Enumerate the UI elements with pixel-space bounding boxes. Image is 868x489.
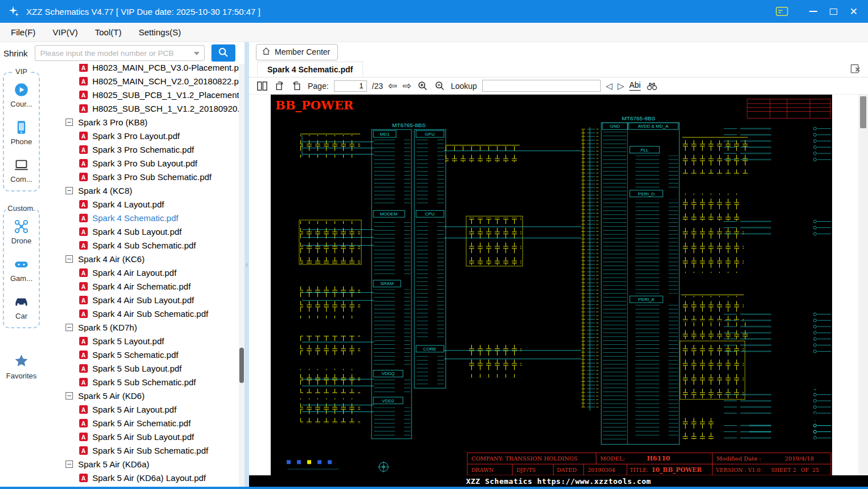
minimize-button[interactable]	[809, 11, 817, 12]
rotate-ccw-icon[interactable]	[274, 80, 286, 91]
tree-file-item[interactable]: ASpark 4 Air Sub Schematic.pdf	[43, 307, 239, 320]
tree-file-item[interactable]: ASpark 5 Sub Layout.pdf	[43, 361, 239, 375]
tree-file-item[interactable]: ASpark 4 Sub Layout.pdf	[43, 225, 239, 238]
tree-file-item[interactable]: ASpark 3 Pro Layout.pdf	[43, 129, 239, 142]
svg-text:PERI_A: PERI_A	[638, 297, 655, 302]
window-accent-line	[0, 487, 868, 489]
lookup-label: Lookup	[451, 82, 477, 91]
tree-file-label: Spark 5 Air Sub Schematic.pdf	[92, 446, 208, 455]
tree-group-item[interactable]: Spark 4 (KC8)	[43, 184, 239, 197]
pdf-icon: A	[79, 405, 88, 414]
tree-file-label: Spark 5 Air (KD6a) Layout.pdf	[92, 473, 206, 483]
search-button[interactable]	[211, 44, 235, 62]
pdf-icon: A	[79, 132, 88, 140]
menu-item-settings[interactable]: Settings(S)	[130, 27, 189, 37]
member-center-button[interactable]: Member Center	[256, 44, 338, 60]
collapse-icon[interactable]	[66, 392, 73, 400]
tree-file-item[interactable]: ASpark 5 Air Sub Layout.pdf	[43, 430, 239, 443]
pdf-scrollbar-thumb[interactable]	[860, 96, 866, 128]
close-document-icon[interactable]	[850, 64, 861, 74]
tree-file-label: Spark 3 Pro Sub Schematic.pdf	[92, 172, 211, 182]
sidebar-item-favorites[interactable]: Favorites	[0, 353, 43, 380]
close-button[interactable]: ✕	[850, 7, 858, 17]
pdf-scrollbar[interactable]	[858, 95, 868, 475]
sidebar-item-phone[interactable]: Phone	[11, 120, 32, 146]
tree-file-item[interactable]: AH8025_SUB_SCH_1_V1.2_20180920.pdf	[43, 101, 239, 115]
pdf-icon: A	[79, 309, 88, 318]
tree-file-item[interactable]: ASpark 5 Air Layout.pdf	[43, 402, 239, 416]
tree-group-item[interactable]: Spark 4 Air (KC6)	[43, 252, 239, 266]
tree-file-item[interactable]: ASpark 5 Air Sub Schematic.pdf	[43, 443, 239, 457]
tree-file-item[interactable]: ASpark 5 Schematic.pdf	[43, 348, 239, 361]
tree-group-item[interactable]: Spark 3 Pro (KB8)	[43, 115, 239, 129]
tree-file-item[interactable]: ASpark 4 Schematic.pdf	[43, 211, 239, 225]
sidebar-item-label: Cour...	[10, 100, 32, 108]
tree-scrollbar[interactable]	[239, 64, 244, 487]
tree-group-item[interactable]: Spark 5 Air (KD6)	[43, 389, 239, 402]
next-page-icon[interactable]: ⇨	[402, 80, 411, 91]
tree-file-item[interactable]: ASpark 4 Layout.pdf	[43, 197, 239, 211]
tree-file-item[interactable]: AH8025_SUB_PCB_1_V1.2_Placement.pdf	[43, 88, 239, 101]
collapse-icon[interactable]	[66, 187, 73, 194]
tree-file-item[interactable]: ASpark 3 Pro Schematic.pdf	[43, 142, 239, 156]
tree-file-label: Spark 4 Air Layout.pdf	[92, 268, 177, 278]
thumbnail-panel-icon[interactable]	[256, 81, 268, 91]
menu-item-tool[interactable]: Tool(T)	[87, 27, 131, 37]
tree-file-item[interactable]: ASpark 5 Air Schematic.pdf	[43, 416, 239, 430]
schematic-title: BB_POWER	[275, 98, 354, 112]
tree-file-item[interactable]: ASpark 5 Air (KD6a) Layout.pdf	[43, 471, 239, 484]
sidebar-item-com[interactable]: Com...	[10, 157, 32, 184]
maximize-button[interactable]	[830, 9, 837, 15]
schematic-canvas[interactable]: BB_POWER MT6765-8BS	[271, 95, 832, 475]
menu-item-vip[interactable]: VIP(V)	[44, 27, 86, 37]
previous-page-icon[interactable]: ⇦	[388, 80, 397, 91]
collapse-icon[interactable]	[66, 461, 73, 468]
sidebar-item-drone[interactable]: Drone	[11, 219, 31, 245]
chevron-down-icon[interactable]	[194, 52, 199, 55]
tree-file-item[interactable]: ASpark 4 Air Sub Layout.pdf	[43, 293, 239, 307]
panel-splitter[interactable]: ‹	[244, 42, 249, 487]
sidebar-group-title: Custom.	[6, 204, 36, 213]
sidebar-item-car[interactable]: Car	[14, 294, 29, 320]
text-select-tool-icon[interactable]: Abi	[629, 81, 641, 90]
rotate-cw-icon[interactable]	[291, 80, 303, 91]
tree-file-item[interactable]: ASpark 3 Pro Sub Schematic.pdf	[43, 170, 239, 184]
tab-spark4-schematic[interactable]: Spark 4 Schematic.pdf	[257, 62, 363, 77]
tree-file-item[interactable]: ASpark 4 Air Schematic.pdf	[43, 279, 239, 293]
tree-group-item[interactable]: Spark 5 (KD7h)	[43, 320, 239, 334]
tree-file-item[interactable]: AH8023_MAIN_PCB_V3.0-Placement.pdf	[43, 64, 239, 74]
tree-file-item[interactable]: ASpark 5 Layout.pdf	[43, 334, 239, 348]
tree-scrollbar-thumb[interactable]	[239, 348, 244, 383]
tree-file-item[interactable]: ASpark 4 Sub Schematic.pdf	[43, 238, 239, 252]
collapse-icon[interactable]	[66, 119, 73, 126]
page-number-input[interactable]	[334, 80, 367, 92]
find-previous-icon[interactable]: ◁	[606, 82, 613, 90]
tree-file-item[interactable]: ASpark 4 Air Layout.pdf	[43, 266, 239, 279]
schematic-page[interactable]: BB_POWER MT6765-8BS	[271, 95, 832, 475]
tree-file-label: H8025_SUB_SCH_1_V1.2_20180920.pdf	[92, 104, 239, 113]
tree-file-item[interactable]: ASpark 3 Pro Sub Layout.pdf	[43, 156, 239, 170]
tree-group-item[interactable]: Spark 5 Air (KD6a)	[43, 457, 239, 471]
sidebar-item-gam[interactable]: Gam...	[10, 256, 32, 283]
find-next-icon[interactable]: ▷	[617, 82, 624, 90]
lookup-input[interactable]	[482, 80, 601, 92]
model-search-combobox[interactable]	[35, 45, 205, 61]
tree-file-item[interactable]: AH8025_MAIN_SCH_V2.0_20180822.pdf	[43, 74, 239, 88]
zoom-out-icon[interactable]	[434, 80, 446, 91]
svg-text:A: A	[81, 215, 86, 221]
tree-group-label: Spark 4 Air (KC6)	[78, 254, 145, 264]
zoom-in-icon[interactable]	[417, 80, 429, 91]
svg-text:Modified Date :: Modified Date :	[716, 455, 761, 462]
collapse-icon[interactable]	[66, 324, 73, 331]
shrink-button[interactable]: Shrink	[3, 48, 28, 58]
pdf-toolbar: Page: /23 ⇦ ⇨ Lookup ◁ ▷ Abi	[249, 78, 868, 95]
tree-file-item[interactable]: ASpark 5 Sub Schematic.pdf	[43, 375, 239, 389]
vip-card-icon[interactable]	[775, 6, 789, 17]
tree-file-label: Spark 4 Air Sub Layout.pdf	[92, 295, 194, 305]
collapse-icon[interactable]	[66, 255, 73, 263]
collapse-panel-icon[interactable]: ‹	[246, 260, 248, 269]
model-search-input[interactable]	[35, 46, 204, 60]
menu-item-file[interactable]: File(F)	[2, 27, 44, 37]
sidebar-item-cour[interactable]: Cour...	[10, 82, 32, 108]
binoculars-search-icon[interactable]	[646, 81, 658, 91]
